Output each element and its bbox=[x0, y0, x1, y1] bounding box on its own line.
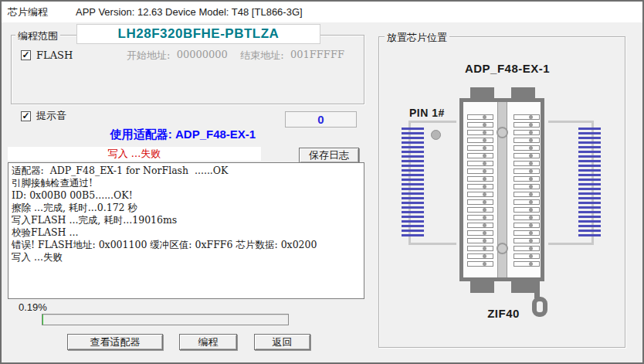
socket-pin-slot bbox=[514, 138, 540, 143]
pin-bar bbox=[578, 216, 601, 218]
slot-contact-dot bbox=[483, 123, 486, 127]
slot-contact-dot bbox=[483, 208, 486, 212]
slot-contact-dot bbox=[483, 231, 486, 235]
pin-bar bbox=[578, 151, 601, 153]
socket-pin-slot bbox=[467, 161, 493, 166]
socket-pin-slot bbox=[514, 230, 540, 236]
pin-bar bbox=[402, 128, 424, 130]
status-text: 写入 ...失败 bbox=[108, 147, 161, 161]
pin-bar bbox=[578, 230, 601, 232]
socket-pin-slot bbox=[467, 207, 493, 213]
adapter-name-label: ADP_F48-EX-1 bbox=[434, 62, 581, 75]
beep-checkbox-row[interactable]: 提示音 bbox=[21, 109, 66, 123]
pin-bar bbox=[402, 169, 424, 172]
address-range-line: 开始地址: 00000000 结束地址: 001FFFFF bbox=[127, 49, 344, 63]
status-strip: 写入 ...失败 bbox=[8, 147, 261, 161]
pin-bar bbox=[578, 197, 601, 199]
pin-bar bbox=[578, 225, 601, 227]
slot-contact-dot bbox=[483, 162, 486, 165]
pin-bar bbox=[578, 146, 601, 148]
socket-pin-slot bbox=[514, 168, 540, 174]
slot-contact-dot bbox=[529, 177, 533, 181]
socket-pin-slot bbox=[514, 192, 540, 197]
pin-bar bbox=[578, 174, 601, 176]
slot-contact-dot bbox=[483, 146, 486, 150]
slot-contact-dot bbox=[529, 123, 533, 127]
beep-checkbox-label: 提示音 bbox=[36, 109, 66, 123]
slot-contact-dot bbox=[483, 185, 486, 189]
program-button[interactable]: 编程 bbox=[179, 334, 237, 350]
pin-bar bbox=[578, 183, 601, 185]
socket-pin-slot bbox=[514, 215, 540, 220]
chip-programming-window: 芯片编程 APP Version: 12.63 Device Model: T4… bbox=[0, 0, 644, 364]
pin-bar bbox=[578, 155, 601, 158]
log-line: 引脚接触检查通过! bbox=[12, 177, 361, 189]
log-line: 适配器: ADP_F48_EX-1 for NorFlash ......OK bbox=[12, 165, 361, 177]
slot-contact-dot bbox=[529, 254, 533, 258]
pin-bar bbox=[402, 146, 424, 148]
pin-bar bbox=[402, 179, 424, 181]
slot-contact-dot bbox=[529, 146, 533, 150]
pin1-label: PIN 1# bbox=[409, 107, 445, 119]
end-address-label: 结束地址: bbox=[240, 49, 283, 63]
log-line: 校验FLASH ... bbox=[12, 226, 361, 239]
socket-pin-slot bbox=[467, 138, 493, 143]
pin-bar bbox=[578, 165, 601, 167]
slot-contact-dot bbox=[529, 131, 533, 134]
pin-bar bbox=[402, 234, 424, 236]
log-area[interactable]: 适配器: ADP_F48_EX-1 for NorFlash ......OK引… bbox=[8, 162, 364, 299]
slot-contact-dot bbox=[529, 200, 533, 204]
slot-contact-dot bbox=[483, 177, 486, 181]
pin-bar bbox=[578, 188, 601, 190]
socket-pin-slot bbox=[467, 192, 493, 197]
slot-contact-dot bbox=[483, 115, 486, 119]
socket-pin-slot bbox=[514, 161, 540, 166]
flash-checkbox[interactable] bbox=[21, 50, 31, 60]
socket-pin-slot bbox=[467, 153, 493, 158]
pin-bar bbox=[578, 234, 601, 236]
socket-bottom-tab-left bbox=[470, 280, 494, 293]
slot-contact-dot bbox=[483, 247, 486, 250]
socket-pin-slot bbox=[514, 238, 540, 243]
socket-pin-slot bbox=[467, 246, 493, 251]
zif40-label: ZIF40 bbox=[465, 307, 542, 320]
socket-pin-slot bbox=[467, 238, 493, 243]
slot-contact-dot bbox=[529, 154, 533, 158]
socket-pin-slot bbox=[467, 114, 493, 120]
socket-pin-slot bbox=[467, 253, 493, 259]
save-log-button[interactable]: 保存日志 bbox=[299, 148, 359, 163]
slot-contact-dot bbox=[529, 169, 533, 173]
pin-bar bbox=[402, 183, 424, 185]
slot-contact-dot bbox=[529, 223, 533, 227]
socket-lever-bar bbox=[534, 280, 540, 298]
pin-bar bbox=[578, 211, 601, 213]
slot-contact-dot bbox=[483, 192, 486, 196]
progress-bar-fill bbox=[42, 315, 43, 325]
slot-contact-dot bbox=[483, 254, 486, 258]
back-button[interactable]: 返回 bbox=[254, 334, 310, 350]
progress-percent-label: 0.19% bbox=[19, 301, 47, 313]
beep-checkbox[interactable] bbox=[21, 111, 31, 121]
slot-contact-dot bbox=[483, 262, 486, 266]
socket-pin-slot bbox=[467, 130, 493, 135]
slot-contact-dot bbox=[483, 138, 486, 142]
flash-checkbox-row[interactable]: FLASH bbox=[21, 49, 73, 61]
pin-bar bbox=[402, 141, 424, 144]
wire-left-top bbox=[410, 121, 456, 123]
end-address-value: 001FFFFF bbox=[290, 49, 344, 63]
wire-right-top bbox=[548, 121, 593, 123]
socket-pin-slot bbox=[467, 168, 493, 174]
view-adapter-button[interactable]: 查看适配器 bbox=[67, 334, 163, 350]
slot-contact-dot bbox=[529, 208, 533, 212]
adapter-in-use-line: 使用适配器: ADP_F48-EX-1 bbox=[2, 128, 364, 142]
pin-bar bbox=[578, 206, 601, 209]
log-line: 错误! FLASH地址: 0x001100 缓冲区值: 0xFFF6 芯片数据:… bbox=[12, 239, 361, 251]
app-version-header: APP Version: 12.63 Device Model: T48 [TL… bbox=[76, 6, 303, 18]
range-group-label: 编程范围 bbox=[15, 29, 60, 43]
socket-pin-slot bbox=[514, 122, 540, 128]
wire-right-bottom bbox=[548, 243, 593, 245]
socket-pin-slot bbox=[467, 176, 493, 182]
pin-bar bbox=[402, 188, 424, 190]
chip-name-box: LH28F320BFHE-PBTLZA bbox=[76, 24, 320, 44]
pin-bar bbox=[578, 179, 601, 181]
